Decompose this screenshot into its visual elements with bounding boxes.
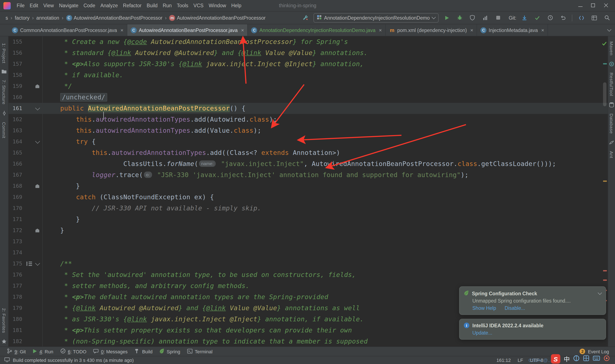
notification[interactable]: Spring Configuration CheckUnmapped Sprin… [459, 286, 606, 315]
rollback-button[interactable] [558, 13, 568, 22]
menu-run[interactable]: Run [160, 3, 174, 8]
tool-window-git[interactable]: 9: Git [3, 347, 29, 356]
line-number[interactable]: 161 [9, 103, 22, 114]
breadcrumb-item[interactable]: s [4, 15, 9, 20]
menu-vcs[interactable]: VCS [191, 3, 206, 8]
menu-build[interactable]: Build [144, 3, 160, 8]
hidden-tabs-chevron-icon[interactable] [607, 27, 611, 32]
code-line-159[interactable]: 159 */ [9, 81, 608, 92]
tab-close-icon[interactable]: × [241, 27, 244, 33]
ime-mode-indicator[interactable]: 中 [564, 355, 570, 363]
tab-close-icon[interactable]: × [120, 27, 123, 33]
notification-link[interactable]: Show Help [472, 306, 496, 311]
tool-window-button[interactable]: Maven [609, 38, 614, 59]
editor-tab[interactable]: CAutowiredAnnotationBeanPostProcessor.ja… [127, 24, 248, 36]
menu-analyze[interactable]: Analyze [98, 3, 120, 8]
line-number[interactable]: 173 [9, 236, 22, 247]
wrench-icon[interactable] [300, 13, 310, 22]
tool-window-button[interactable]: 1: Project [1, 40, 7, 67]
line-number[interactable]: 179 [9, 302, 22, 314]
code-line-170[interactable]: 170 // JSR-330 API not available - simpl… [9, 203, 608, 214]
code-line-158[interactable]: 158 * if available. [9, 70, 608, 81]
close-button[interactable] [600, 1, 613, 10]
database-icon[interactable] [609, 102, 614, 108]
line-number[interactable]: 170 [9, 203, 22, 214]
tool-window-messages[interactable]: 0: Messages [90, 347, 131, 356]
tool-window-button[interactable]: Ant [609, 147, 614, 161]
star-icon[interactable] [1, 339, 7, 344]
line-separator[interactable]: LF [518, 358, 523, 363]
line-number[interactable]: 174 [9, 247, 22, 258]
scrollbar-thumb[interactable] [603, 82, 606, 106]
inspections-ok-icon[interactable] [602, 38, 607, 49]
commit-icon[interactable] [1, 111, 7, 116]
tool-window-button[interactable]: RestfulTool [609, 69, 614, 100]
line-number[interactable]: 162 [9, 114, 22, 125]
notification-link[interactable]: Disable... [505, 306, 525, 311]
line-number[interactable]: 172 [9, 225, 22, 236]
tool-window-run[interactable]: 4: Run [29, 347, 57, 356]
editor-tab[interactable]: mpom.xml (dependency-injection)× [386, 24, 477, 36]
code-line-163[interactable]: 163 this.autowiredAnnotationTypes.add(Va… [9, 125, 608, 136]
fold-end-icon[interactable] [35, 184, 39, 188]
menu-file[interactable]: File [14, 3, 27, 8]
menu-help[interactable]: Help [229, 3, 244, 8]
tool-window-button[interactable]: 2: Favorites [1, 304, 7, 336]
line-number[interactable]: 166 [9, 158, 22, 169]
tool-window-button[interactable]: 7: Structure [1, 77, 7, 108]
javadoc-toggle-icon[interactable] [27, 261, 31, 266]
code-line-172[interactable]: 172} [9, 225, 608, 236]
notification[interactable]: IntelliJ IDEA 2022.2.4 availableUpdate..… [459, 319, 606, 340]
status-message[interactable]: Build completed successfully in 3 s 430 … [13, 358, 134, 363]
breadcrumb-item[interactable]: CAutowiredAnnotationBeanPostProcessor [65, 15, 164, 21]
ime-keyboard-icon[interactable] [593, 355, 600, 363]
breadcrumb-item[interactable]: factory [13, 15, 31, 20]
line-number[interactable]: 181 [9, 325, 22, 336]
stop-button[interactable] [493, 13, 503, 22]
search-everywhere-button[interactable] [602, 13, 612, 22]
tool-window-switcher-icon[interactable] [4, 357, 10, 363]
code-line-156[interactable]: 156 * standard {@link Autowired @Autowir… [9, 47, 608, 58]
fold-collapse-icon[interactable] [35, 139, 40, 143]
line-number[interactable]: 169 [9, 192, 22, 203]
line-number[interactable]: 171 [9, 214, 22, 225]
tool-window-todo[interactable]: 6: TODO [57, 347, 90, 356]
code-line-160[interactable]: 160/unchecked/ [9, 92, 608, 103]
menu-navigate[interactable]: Navigate [56, 3, 81, 8]
code-line-162[interactable]: 162 this.autowiredAnnotationTypes.add(Au… [9, 114, 608, 125]
code-line-175[interactable]: 175/** [9, 258, 608, 269]
menu-refactor[interactable]: Refactor [120, 3, 144, 8]
tab-close-icon[interactable]: × [379, 27, 382, 33]
tool-window-terminal[interactable]: Terminal [184, 347, 216, 356]
diff-icon[interactable] [576, 13, 586, 22]
line-number[interactable]: 177 [9, 280, 22, 291]
line-number[interactable]: 182 [9, 336, 22, 347]
line-number[interactable]: 180 [9, 314, 22, 325]
code-line-164[interactable]: 164 try { [9, 136, 608, 147]
update-project-button[interactable] [520, 13, 529, 22]
line-number[interactable]: 157 [9, 58, 22, 70]
code-line-173[interactable]: 173 [9, 236, 608, 247]
history-button[interactable] [545, 13, 555, 22]
ime-toolbox-icon[interactable] [603, 355, 610, 363]
code-line-171[interactable]: 171 } [9, 214, 608, 225]
fold-end-icon[interactable] [35, 229, 39, 232]
profiler-button[interactable] [481, 13, 490, 22]
editor-tab[interactable]: CCommonAnnotationBeanPostProcessor.java× [9, 24, 127, 36]
line-number[interactable]: 165 [9, 147, 22, 158]
tab-close-icon[interactable]: × [541, 27, 544, 33]
notification-link[interactable]: Update... [472, 330, 492, 335]
folder-icon[interactable] [1, 69, 7, 74]
editor-tab[interactable]: CInjectionMetadata.java× [477, 24, 548, 36]
code-line-167[interactable]: 167 logger.trace(o: "JSR-330 'javax.inje… [9, 169, 608, 181]
code-line-169[interactable]: 169 catch (ClassNotFoundException ex) { [9, 192, 608, 203]
code-line-176[interactable]: 176 * Set the 'autowired' annotation typ… [9, 269, 608, 280]
code-line-174[interactable]: 174 [9, 247, 608, 258]
run-button[interactable] [442, 13, 451, 22]
restful-icon[interactable] [609, 62, 614, 66]
line-number[interactable]: 155 [9, 36, 22, 47]
line-number[interactable]: 156 [9, 47, 22, 58]
code-line-161[interactable]: 161public AutowiredAnnotationBeanPostPro… [9, 103, 608, 114]
tool-window-button[interactable]: Commit [1, 119, 7, 142]
fold-end-icon[interactable] [35, 84, 39, 88]
